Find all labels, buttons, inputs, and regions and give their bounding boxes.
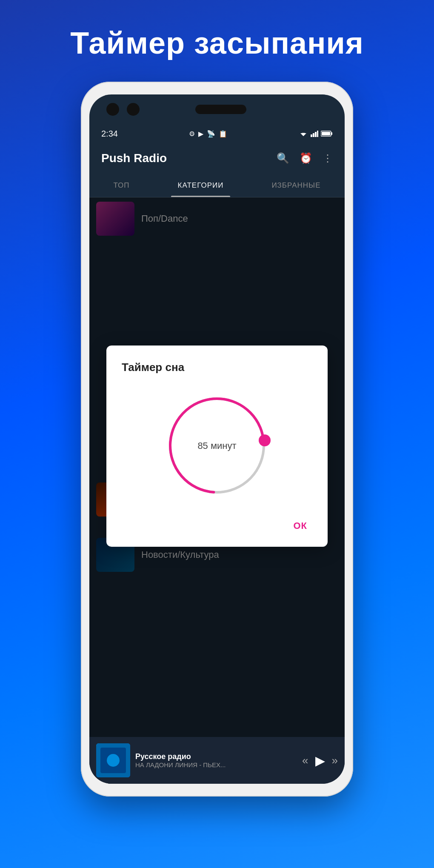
player-controls: « ▶ » — [302, 753, 338, 768]
player-station: Русское радио — [135, 752, 297, 761]
search-icon[interactable]: 🔍 — [277, 152, 289, 164]
svg-rect-3 — [313, 133, 314, 137]
tab-favorites[interactable]: ИЗБРАННЫЕ — [265, 174, 327, 197]
player-thumb — [96, 743, 130, 777]
app-bar-icons: 🔍 ⏰ ⋮ — [277, 152, 333, 164]
phone-shell: 2:34 ⚙ ▶ 📡 📋 — [81, 82, 353, 797]
radio-icon: 📡 — [207, 130, 215, 138]
speaker-bar — [195, 105, 246, 114]
svg-rect-7 — [331, 132, 332, 135]
forward-button[interactable]: » — [332, 754, 338, 767]
dialog-actions: ОК — [122, 517, 312, 535]
timer-value-text: 85 минут — [197, 440, 236, 451]
sensor — [127, 103, 140, 116]
play-button[interactable]: ▶ — [315, 753, 325, 768]
camera-dots — [106, 103, 140, 116]
timer-circle-container[interactable]: 85 минут — [122, 386, 312, 505]
rewind-button[interactable]: « — [302, 754, 308, 767]
status-bar: 2:34 ⚙ ▶ 📡 📋 — [89, 124, 345, 143]
svg-rect-8 — [322, 132, 330, 135]
player-info: Русское радио НА ЛАДОНИ ЛИНИЯ - ПЬЕХ... — [135, 752, 297, 768]
tab-categories[interactable]: КАТЕГОРИИ — [171, 174, 231, 197]
svg-point-13 — [107, 754, 120, 767]
player-track: НА ЛАДОНИ ЛИНИЯ - ПЬЕХ... — [135, 761, 297, 768]
svg-rect-2 — [311, 134, 312, 137]
app-bar: Push Radio 🔍 ⏰ ⋮ — [89, 143, 345, 174]
play-icon-status: ▶ — [198, 130, 203, 138]
front-camera — [106, 103, 119, 116]
status-time: 2:34 — [101, 129, 118, 139]
battery-icon — [321, 130, 333, 137]
alarm-icon[interactable]: ⏰ — [300, 152, 312, 164]
more-vert-icon[interactable]: ⋮ — [323, 152, 333, 164]
tabs-bar: ТОП КАТЕГОРИИ ИЗБРАННЫЕ — [89, 174, 345, 197]
dialog-title: Таймер сна — [122, 361, 312, 374]
ok-button[interactable]: ОК — [288, 517, 312, 535]
dialog-box: Таймер сна — [106, 345, 328, 547]
status-icons-left: ⚙ ▶ 📡 📋 — [189, 130, 227, 138]
player-thumb-image — [96, 743, 130, 777]
svg-rect-5 — [317, 131, 318, 137]
status-right — [299, 130, 333, 137]
tab-top[interactable]: ТОП — [106, 174, 136, 197]
dialog-overlay: Таймер сна — [89, 197, 345, 737]
app-title: Push Radio — [101, 151, 167, 165]
content-area: Поп/Dance Рок Новости/Культура Таймер сн… — [89, 197, 345, 737]
svg-rect-4 — [315, 132, 317, 137]
settings-icon: ⚙ — [189, 130, 195, 138]
wifi-icon — [299, 130, 308, 137]
phone-screen: 2:34 ⚙ ▶ 📡 📋 — [89, 94, 345, 784]
timer-handle[interactable] — [259, 434, 271, 446]
clipboard-icon: 📋 — [219, 130, 227, 138]
signal-icon — [311, 130, 318, 137]
notch-area — [89, 94, 345, 124]
timer-circle-svg[interactable]: 85 минут — [157, 386, 277, 505]
player-bar: Русское радио НА ЛАДОНИ ЛИНИЯ - ПЬЕХ... … — [89, 737, 345, 784]
page-title: Таймер засыпания — [70, 26, 364, 60]
